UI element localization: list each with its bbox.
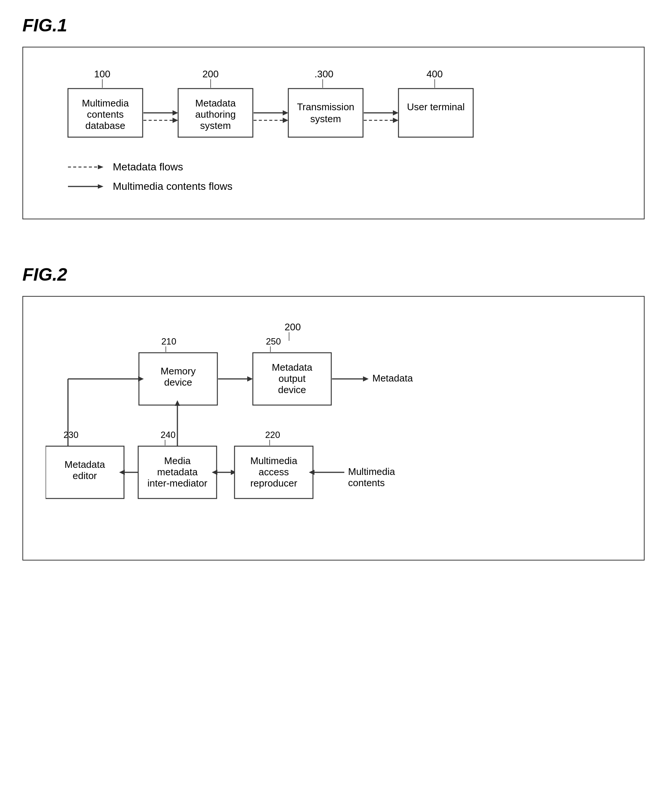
fig2-section: FIG.2 200 210 250 Memory device Metadata… (22, 264, 645, 561)
svg-text:Transmission: Transmission (297, 101, 354, 113)
dashed-arrow-icon (68, 163, 105, 171)
svg-marker-15 (173, 118, 178, 123)
svg-marker-36 (98, 184, 103, 189)
fig1-legend: Metadata flows Multimedia contents flows (68, 161, 621, 193)
svg-text:Metadata: Metadata (372, 373, 413, 384)
svg-text:contents: contents (87, 109, 124, 120)
svg-marker-34 (98, 165, 103, 169)
solid-arrow-icon (68, 183, 105, 190)
svg-text:reproducer: reproducer (250, 478, 297, 489)
svg-text:Multimedia: Multimedia (82, 98, 129, 109)
svg-text:database: database (86, 120, 126, 131)
svg-text:Metadata: Metadata (65, 459, 105, 470)
svg-text:output: output (279, 373, 306, 384)
svg-marker-28 (393, 110, 398, 115)
svg-marker-53 (363, 376, 368, 381)
svg-text:230: 230 (63, 430, 78, 440)
fig2-diagram: 200 210 250 Memory device Metadata outpu… (22, 296, 645, 561)
svg-text:authoring: authoring (195, 109, 236, 120)
fig1-svg: 100 200 .300 400 Multimedia contents dat… (46, 66, 643, 148)
svg-text:device: device (278, 384, 306, 395)
legend-metadata: Metadata flows (68, 161, 621, 173)
svg-text:Media: Media (164, 455, 191, 466)
svg-text:system: system (310, 113, 341, 125)
svg-marker-21 (283, 110, 288, 115)
svg-text:contents: contents (348, 477, 385, 488)
fig2-svg: 200 210 250 Memory device Metadata outpu… (46, 319, 643, 536)
svg-text:210: 210 (161, 336, 176, 346)
svg-text:.300: .300 (314, 68, 334, 80)
svg-text:editor: editor (73, 470, 97, 481)
svg-marker-23 (283, 118, 288, 123)
svg-text:inter-mediator: inter-mediator (148, 478, 207, 489)
svg-text:metadata: metadata (157, 466, 198, 478)
svg-text:User  terminal: User terminal (407, 101, 465, 113)
svg-rect-31 (398, 88, 473, 137)
svg-text:220: 220 (265, 430, 280, 440)
svg-text:200: 200 (202, 68, 219, 80)
svg-text:Multimedia: Multimedia (348, 466, 395, 477)
svg-text:Metadata: Metadata (195, 98, 236, 109)
svg-text:400: 400 (426, 68, 443, 80)
svg-marker-13 (173, 110, 178, 115)
svg-text:240: 240 (161, 430, 176, 440)
fig1-label: FIG.1 (22, 15, 645, 35)
svg-marker-30 (393, 118, 398, 123)
svg-text:access: access (259, 466, 289, 478)
svg-text:Multimedia: Multimedia (250, 455, 297, 466)
fig1-diagram: 100 200 .300 400 Multimedia contents dat… (22, 47, 645, 220)
svg-marker-47 (247, 376, 253, 381)
svg-text:device: device (164, 377, 192, 388)
svg-text:Metadata: Metadata (272, 362, 313, 373)
svg-text:250: 250 (266, 336, 281, 346)
svg-text:Memory: Memory (161, 366, 196, 377)
svg-text:200: 200 (285, 321, 300, 333)
svg-text:system: system (200, 120, 231, 131)
fig1-section: FIG.1 100 200 .300 400 Multimedia conten… (22, 15, 645, 234)
fig2-label: FIG.2 (22, 264, 645, 285)
multimedia-flows-label: Multimedia contents flows (113, 180, 233, 193)
svg-rect-24 (288, 88, 363, 137)
svg-text:100: 100 (94, 68, 110, 80)
legend-multimedia: Multimedia contents flows (68, 180, 621, 193)
metadata-flows-label: Metadata flows (113, 161, 183, 173)
